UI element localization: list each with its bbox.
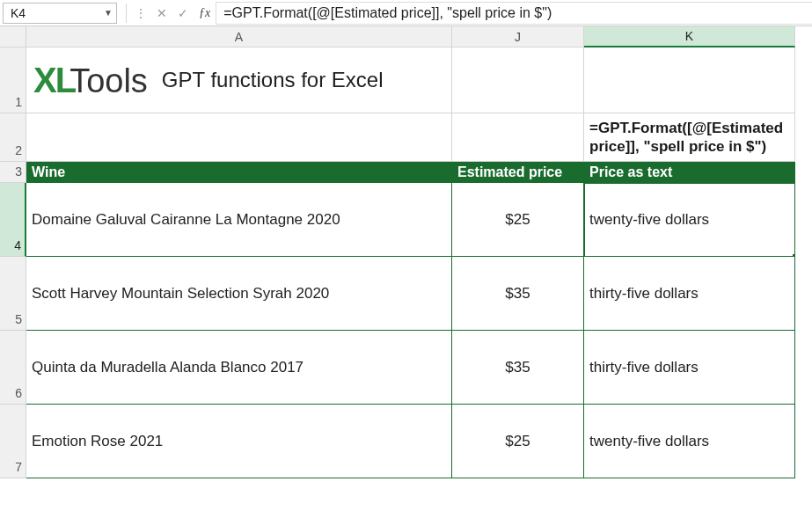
row-header-3[interactable]: 3	[0, 162, 26, 183]
table-cell-price[interactable]: $25	[452, 405, 584, 478]
cell-text: Quinta da Muradella Alanda Blanco 2017	[32, 359, 304, 376]
name-box-value: K4	[11, 6, 104, 20]
table-header-wine[interactable]: Wine	[26, 162, 452, 183]
cell-text: Scott Harvey Mountain Selection Syrah 20…	[32, 285, 329, 303]
table-cell-price-text[interactable]: twenty-five dollars	[584, 405, 795, 478]
table-cell-price-text[interactable]: thirty-five dollars	[584, 331, 795, 405]
cell-text: twenty-five dollars	[589, 433, 709, 450]
row-header-4[interactable]: 4	[0, 183, 26, 257]
table-cell-wine[interactable]: Emotion Rose 2021	[26, 405, 452, 478]
formula-display-text: =GPT.Format([@[Estimated price]], "spell…	[589, 119, 789, 157]
cell-text: $25	[505, 211, 530, 229]
formula-bar: K4 ▼ ⋮ ✕ ✓ ƒx =GPT.Format([@[Estimated p…	[0, 0, 812, 26]
table-cell-price-text[interactable]: thirty-five dollars	[584, 257, 795, 331]
cell-text: $35	[505, 359, 530, 376]
table-cell-wine[interactable]: Quinta da Muradella Alanda Blanco 2017	[26, 331, 452, 405]
cell-a2[interactable]	[26, 113, 452, 162]
cell-j1[interactable]	[452, 47, 584, 113]
formula-text: =GPT.Format([@[Estimated price]], "spell…	[223, 5, 552, 21]
enter-icon[interactable]: ✓	[172, 3, 194, 24]
formula-input[interactable]: =GPT.Format([@[Estimated price]], "spell…	[216, 2, 812, 25]
cell-k1[interactable]	[584, 47, 795, 113]
table-cell-wine[interactable]: Scott Harvey Mountain Selection Syrah 20…	[26, 257, 452, 331]
cell-k2[interactable]: =GPT.Format([@[Estimated price]], "spell…	[584, 113, 795, 162]
col-header-j[interactable]: J	[452, 26, 584, 47]
row-header-1[interactable]: 1	[0, 47, 26, 113]
logo-subtitle: GPT functions for Excel	[162, 68, 384, 92]
row-header-2[interactable]: 2	[0, 113, 26, 162]
cell-text: Domaine Galuval Cairanne La Montagne 202…	[32, 211, 340, 229]
separator	[126, 4, 127, 23]
more-icon[interactable]: ⋮	[130, 3, 151, 24]
row-header-7[interactable]: 7	[0, 405, 26, 478]
logo-tools: Tools	[69, 62, 148, 99]
table-header-price[interactable]: Estimated price	[452, 162, 584, 183]
cell-text: $25	[505, 433, 530, 450]
table-cell-wine[interactable]: Domaine Galuval Cairanne La Montagne 202…	[26, 183, 452, 257]
row-header-5[interactable]: 5	[0, 257, 26, 331]
row-header-6[interactable]: 6	[0, 331, 26, 405]
cancel-icon[interactable]: ✕	[151, 3, 172, 24]
fx-icon[interactable]: ƒx	[194, 6, 216, 20]
cell-text: twenty-five dollars	[589, 211, 709, 229]
table-cell-price[interactable]: $35	[452, 331, 584, 405]
cell-text: thirty-five dollars	[589, 285, 699, 303]
cell-text: $35	[505, 285, 530, 303]
col-header-a[interactable]: A	[26, 26, 452, 47]
cell-j2[interactable]	[452, 113, 584, 162]
table-cell-price[interactable]: $35	[452, 257, 584, 331]
xltools-logo: XLTools	[33, 61, 148, 100]
cell-text: Emotion Rose 2021	[32, 433, 163, 450]
col-header-k[interactable]: K	[584, 26, 795, 47]
table-cell-price[interactable]: $25	[452, 183, 584, 257]
sheet-grid: A J K 1 XLTools GPT functions for Excel …	[0, 26, 812, 478]
active-cell[interactable]: twenty-five dollars	[584, 183, 795, 257]
table-header-price-text[interactable]: Price as text	[584, 162, 795, 183]
logo-cell[interactable]: XLTools GPT functions for Excel	[26, 47, 452, 113]
select-all-corner[interactable]	[0, 26, 26, 47]
cell-text: thirty-five dollars	[589, 359, 699, 376]
chevron-down-icon[interactable]: ▼	[104, 9, 113, 18]
name-box[interactable]: K4 ▼	[3, 3, 117, 24]
